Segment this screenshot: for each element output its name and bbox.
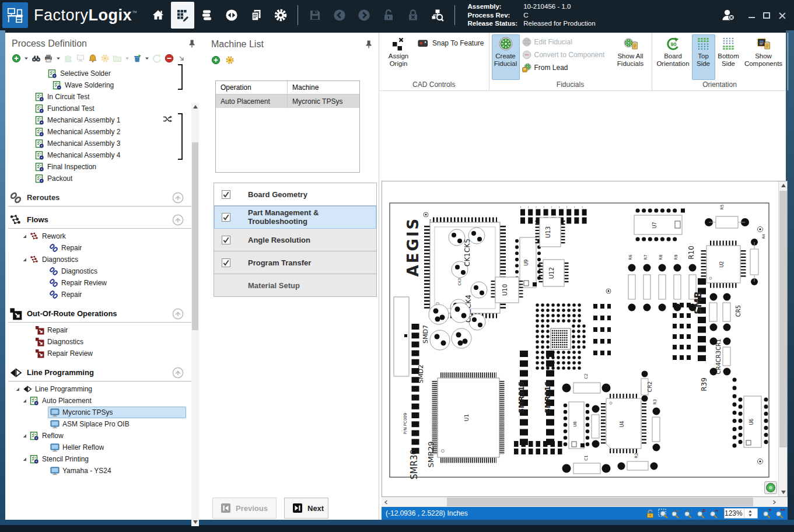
tree-item-oor[interactable]: Repair Review xyxy=(7,348,200,359)
cad-horizontal-scrollbar[interactable] xyxy=(382,497,788,507)
step-board-geometry[interactable]: Board Geometry xyxy=(214,183,376,206)
add-operation-icon[interactable] xyxy=(12,54,21,63)
tree-item-lp-group[interactable]: Auto Placement xyxy=(7,395,200,407)
nav-transfer-button[interactable] xyxy=(220,2,243,29)
minimize-button[interactable] xyxy=(748,13,755,18)
expander-icon[interactable] xyxy=(22,234,27,239)
tree-item-operation[interactable]: Selective Solder xyxy=(7,68,200,79)
tree-item-operation[interactable]: Mechanical Assembly 4 xyxy=(7,149,200,161)
scroll-up-icon[interactable] xyxy=(779,181,788,190)
fit-view-button[interactable] xyxy=(764,481,777,494)
pin-icon[interactable] xyxy=(364,40,373,49)
step-part-management[interactable]: Part Management & Troubleshooting xyxy=(214,206,376,229)
remove-icon[interactable] xyxy=(165,54,174,63)
from-lead-button[interactable]: From Lead xyxy=(520,61,612,74)
pcb-u8[interactable]: U8 xyxy=(565,402,587,449)
spinner-down-icon[interactable] xyxy=(748,513,753,517)
tree-item-flow-link[interactable]: Repair xyxy=(7,289,200,300)
collapse-up-icon[interactable] xyxy=(172,214,184,226)
column-machine[interactable]: Machine xyxy=(288,81,359,94)
tree-item-operation[interactable]: Mechanical Assembly 2 xyxy=(7,126,200,138)
add-dropdown-icon[interactable] xyxy=(24,56,29,61)
tree-item-flow-link[interactable]: Diagnostics xyxy=(7,265,200,277)
board-orientation-button[interactable]: 90 Board Orientation xyxy=(655,34,692,80)
expander-icon[interactable] xyxy=(22,433,27,438)
next-button[interactable]: Next xyxy=(284,498,328,519)
scroll-down-icon[interactable] xyxy=(191,518,199,526)
scrollbar-thumb[interactable] xyxy=(447,498,753,506)
expander-icon[interactable] xyxy=(22,457,27,461)
tree-item-operation[interactable]: Wave Soldering xyxy=(7,79,200,91)
machine-settings-icon[interactable] xyxy=(225,55,235,65)
process-panel-scrollbar[interactable] xyxy=(191,103,199,526)
tree-item-machine[interactable]: Heller Reflow xyxy=(7,442,200,453)
pcb-u4[interactable]: U4 xyxy=(603,396,644,451)
zoom-100-icon[interactable]: 100 xyxy=(671,509,681,519)
pan-lock-icon[interactable] xyxy=(645,509,655,519)
tree-item-flow[interactable]: Diagnostics xyxy=(7,254,200,265)
save-button[interactable] xyxy=(303,2,327,29)
zoom-out-2-icon[interactable] xyxy=(697,509,706,519)
forward-button[interactable] xyxy=(352,2,376,29)
pcb-u12[interactable]: U12 xyxy=(541,260,566,286)
zoom-all-icon[interactable]: ALL xyxy=(684,509,694,519)
board-icon[interactable] xyxy=(76,54,85,63)
pcb-u9[interactable]: U9 xyxy=(517,237,539,288)
folder-icon[interactable] xyxy=(113,54,122,63)
nav-settings-button[interactable] xyxy=(269,2,292,29)
zoom-level-input[interactable]: 123% xyxy=(724,508,758,519)
collapse-up-icon[interactable] xyxy=(172,308,184,320)
tree-item-lp-group[interactable]: Reflow xyxy=(7,430,200,442)
nav-reports-button[interactable] xyxy=(244,2,268,29)
expander-icon[interactable] xyxy=(22,257,27,262)
folder-dropdown-icon[interactable] xyxy=(125,56,130,61)
pin-icon[interactable] xyxy=(187,39,197,48)
show-all-fiducials-button[interactable]: Show All Fiducials xyxy=(612,34,649,80)
zoom-out-icon[interactable] xyxy=(709,509,719,519)
expander-icon[interactable] xyxy=(22,398,27,403)
edit-fiducial-button[interactable]: Edit Fiducial xyxy=(520,36,612,48)
tree-item-flow[interactable]: Rework xyxy=(7,230,200,242)
tree-item-machine-selected[interactable]: Mycronic TPSys xyxy=(48,407,186,418)
maximize-button[interactable] xyxy=(763,12,770,19)
pcb-u10[interactable]: U10 xyxy=(493,277,521,303)
scroll-down-icon[interactable] xyxy=(779,488,788,496)
checkbox[interactable] xyxy=(222,190,230,199)
scroll-up-icon[interactable] xyxy=(191,103,199,111)
tree-item-operation[interactable]: Functional Test xyxy=(7,103,200,114)
tree-item-operation[interactable]: Packout xyxy=(7,173,200,184)
delete-icon[interactable] xyxy=(132,54,142,63)
checkbox[interactable] xyxy=(222,213,230,222)
print-icon[interactable] xyxy=(44,54,53,63)
scrollbar-thumb[interactable] xyxy=(192,142,198,330)
collapse-corner-icon[interactable] xyxy=(178,55,185,62)
top-side-button[interactable]: Top Side xyxy=(692,34,715,80)
cad-vertical-scrollbar[interactable] xyxy=(778,181,787,496)
logout-user-button[interactable] xyxy=(716,2,740,29)
machine-table-row[interactable]: Auto Placement Mycronic TPSys xyxy=(216,94,359,108)
find-icon[interactable] xyxy=(32,54,41,63)
tree-item-operation[interactable]: Mechanical Assembly 3 xyxy=(7,138,200,149)
spinner-up-icon[interactable] xyxy=(748,509,753,513)
bell-icon[interactable] xyxy=(88,54,97,63)
step-program-transfer[interactable]: Program Transfer xyxy=(214,251,376,274)
collapse-up-icon[interactable] xyxy=(172,367,184,379)
section-line-programming[interactable]: Line Programming xyxy=(7,365,200,380)
tree-item-operation[interactable]: Final Inspection xyxy=(7,161,200,173)
refresh-icon[interactable] xyxy=(152,54,162,63)
gear-gold-icon[interactable] xyxy=(100,54,110,63)
step-material-setup[interactable]: Material Setup xyxy=(214,274,376,297)
section-flows[interactable]: Flows xyxy=(7,212,200,228)
zoom-in-icon[interactable] xyxy=(762,509,772,519)
tree-item-oor[interactable]: Repair xyxy=(7,324,200,336)
column-operation[interactable]: Operation xyxy=(216,81,288,94)
convert-to-component-button[interactable]: Convert to Component xyxy=(520,48,612,61)
assign-origin-button[interactable]: Assign Origin xyxy=(382,34,415,80)
nav-production-button[interactable] xyxy=(195,2,219,29)
structure-search-button[interactable] xyxy=(426,2,449,29)
tree-item-operation[interactable]: In Circuit Test xyxy=(7,91,200,103)
step-angle-resolution[interactable]: Angle Resolution xyxy=(214,229,376,251)
tree-item-machine[interactable]: Yamaha - YS24 xyxy=(7,465,200,477)
pcb-u13[interactable]: U13 xyxy=(537,218,563,247)
nav-home-button[interactable] xyxy=(146,2,170,29)
